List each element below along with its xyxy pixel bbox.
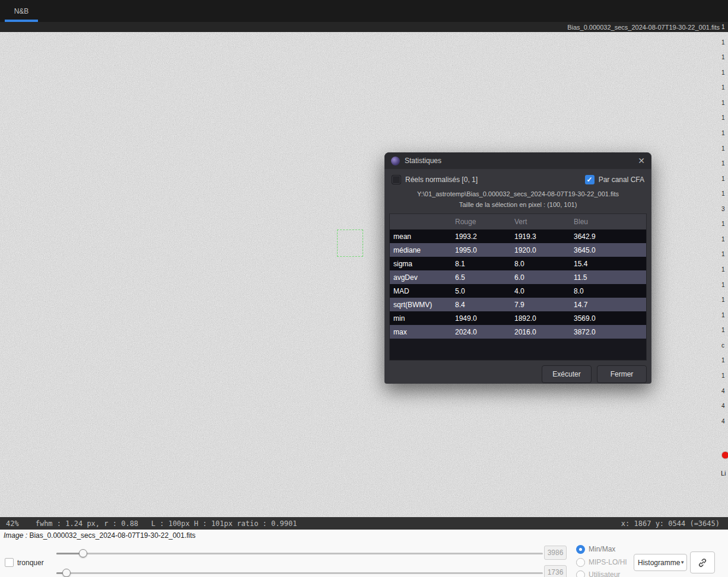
cursor-coordinates: x: 1867 y: 0544 (=3645) <box>621 519 720 528</box>
right-edge-strip: 111111111111311111111c11444 Li <box>720 24 728 517</box>
edge-glyph: 1 <box>721 84 725 91</box>
radio-label: Utilisateur <box>589 570 620 577</box>
right-edge-glyphs: 111111111111311111111c11444 <box>720 24 728 425</box>
radio-button-icon[interactable] <box>576 558 585 567</box>
stat-name: MAD <box>390 287 452 295</box>
radio-label: Min/Max <box>589 545 615 553</box>
edge-glyph: 4 <box>721 388 725 394</box>
zoom-level: 42% <box>6 519 19 528</box>
cfa-checkbox[interactable]: ✓ <box>585 175 595 184</box>
high-value-field[interactable]: 3986 <box>544 546 567 560</box>
stat-name: avgDev <box>390 273 452 282</box>
edge-glyph: 1 <box>721 266 725 273</box>
edge-glyph: 1 <box>721 357 725 364</box>
dialog-options-row: Réels normalisés [0, 1] ✓ Par canal CFA <box>384 169 651 184</box>
edge-glyph: 1 <box>721 114 725 121</box>
chevron-down-icon: ▼ <box>680 560 685 565</box>
edge-glyph: 1 <box>721 100 725 106</box>
edge-glyph: 4 <box>721 418 725 425</box>
image-label: Image : <box>4 531 27 540</box>
dialog-buttons: Exécuter Fermer <box>384 361 651 383</box>
slider-track[interactable] <box>56 553 543 554</box>
edge-glyph: 4 <box>721 403 725 409</box>
right-edge-partial-label: Li <box>721 470 726 477</box>
stat-value: 2024.0 <box>452 328 511 336</box>
measurement-info: fwhm : 1.24 px, r : 0.88 L : 100px H : 1… <box>36 519 297 528</box>
bottom-panel: Image : Bias_0.000032_secs_2024-08-07T19… <box>0 530 728 577</box>
app-window: N&B Bias_0.000032_secs_2024-08-07T19-30-… <box>0 0 728 577</box>
execute-button[interactable]: Exécuter <box>542 365 592 383</box>
stat-value: 3569.0 <box>570 314 646 323</box>
low-cutoff-slider[interactable] <box>56 569 543 577</box>
radio-button-icon[interactable] <box>576 545 585 554</box>
table-row: sigma8.18.015.4 <box>390 257 646 270</box>
header-bleu: Bleu <box>570 218 646 226</box>
status-bar: 42% fwhm : 1.24 px, r : 0.88 L : 100px H… <box>0 517 728 530</box>
edge-glyph: 1 <box>721 221 725 227</box>
stat-value: 15.4 <box>570 260 646 268</box>
stat-value: 14.7 <box>570 301 646 309</box>
stat-value: 4.0 <box>511 287 570 295</box>
stat-value: 8.4 <box>452 301 511 309</box>
radio-utilisateur[interactable]: Utilisateur <box>576 570 620 577</box>
table-row: avgDev6.56.011.5 <box>390 270 646 284</box>
edge-glyph: 1 <box>721 39 725 46</box>
stat-value: 8.0 <box>570 287 646 295</box>
header-vert: Vert <box>511 218 570 226</box>
stat-name: mean <box>390 232 452 241</box>
slider-handle[interactable] <box>79 549 87 557</box>
display-mode-dropdown[interactable]: Histogramme ▼ <box>634 554 687 571</box>
table-row: médiane1995.01920.03645.0 <box>390 243 646 257</box>
tab-nb[interactable]: N&B <box>5 0 38 22</box>
slider-handle[interactable] <box>62 569 71 577</box>
selection-rectangle[interactable] <box>337 229 363 257</box>
table-row: sqrt(BWMV)8.47.914.7 <box>390 298 646 311</box>
edge-glyph: 1 <box>721 372 725 379</box>
stat-name: médiane <box>390 246 452 254</box>
close-icon[interactable]: ✕ <box>638 157 645 165</box>
tab-nb-label: N&B <box>14 7 29 15</box>
stat-value: 1993.2 <box>452 232 511 241</box>
edge-glyph: 1 <box>721 282 725 288</box>
slider-track[interactable] <box>56 572 543 574</box>
stat-value: 7.9 <box>511 301 570 309</box>
edge-glyph: 1 <box>721 297 725 303</box>
selection-size-text: Taille de la sélection en pixel : (100, … <box>384 201 651 208</box>
edge-glyph: 1 <box>721 145 725 152</box>
dialog-title: Statistiques <box>405 157 441 165</box>
radio-min-max[interactable]: Min/Max <box>576 544 615 554</box>
high-cutoff-slider[interactable] <box>56 549 543 557</box>
stat-value: 3645.0 <box>570 246 646 254</box>
link-channels-button[interactable] <box>690 552 715 573</box>
stat-value: 8.1 <box>452 260 511 268</box>
header-rouge: Rouge <box>452 218 511 226</box>
image-title-bar: Bias_0.000032_secs_2024-08-07T19-30-22_0… <box>0 22 728 32</box>
check-icon: ✓ <box>587 176 593 184</box>
file-path-text: Y:\01_astrotemp\Bias_0.000032_secs_2024-… <box>384 190 651 197</box>
link-icon <box>697 557 708 568</box>
edge-glyph: 1 <box>721 190 725 197</box>
edge-glyph: 1 <box>721 312 725 318</box>
dialog-titlebar[interactable]: Statistiques ✕ <box>384 152 651 169</box>
cfa-checkbox-label: Par canal CFA <box>599 176 644 184</box>
statistics-dialog: Statistiques ✕ Réels normalisés [0, 1] ✓… <box>384 152 651 384</box>
display-mode-label: Histogramme <box>638 559 680 567</box>
radio-label: MIPS-LO/HI <box>589 558 627 566</box>
normalized-checkbox-label: Réels normalisés [0, 1] <box>405 176 478 184</box>
table-row: max2024.02016.03872.0 <box>390 325 646 339</box>
close-button[interactable]: Fermer <box>597 365 647 383</box>
tab-bar: N&B <box>0 0 728 22</box>
table-row: min1949.01892.03569.0 <box>390 311 646 325</box>
image-filename: Bias_0.000032_secs_2024-08-07T19-30-22_0… <box>29 531 195 540</box>
stat-value: 3872.0 <box>570 328 646 336</box>
normalized-checkbox[interactable] <box>392 175 401 184</box>
stat-name: max <box>390 328 452 336</box>
stat-value: 11.5 <box>570 273 646 282</box>
radio-button-icon[interactable] <box>576 570 585 577</box>
radio-mips-lo-hi[interactable]: MIPS-LO/HI <box>576 557 627 567</box>
edge-glyph: 1 <box>721 160 725 167</box>
low-value-field[interactable]: 1736 <box>544 565 567 577</box>
edge-glyph: 1 <box>721 251 725 257</box>
truncate-checkbox[interactable] <box>5 558 14 567</box>
stat-value: 8.0 <box>511 260 570 268</box>
